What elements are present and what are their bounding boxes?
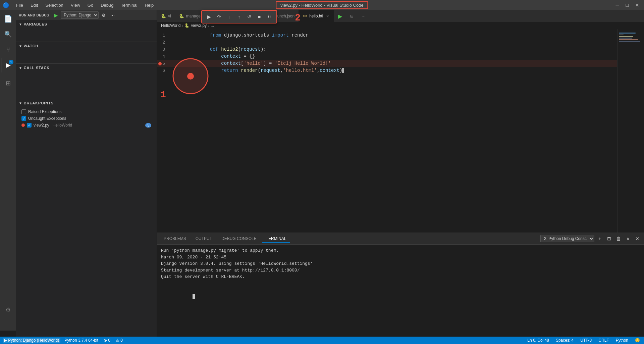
callstack-label: CALL STACK <box>24 66 50 70</box>
watch-header[interactable]: ▼ WATCH <box>16 42 157 50</box>
status-warnings[interactable]: ⚠ 0 <box>114 338 124 343</box>
explorer-activity-icon[interactable]: 📄 <box>1 11 15 26</box>
callstack-content <box>16 72 157 99</box>
status-cursor[interactable]: Ln 6, Col 48 <box>526 338 550 343</box>
menu-debug[interactable]: Debug <box>97 2 117 8</box>
callstack-header[interactable]: ▼ CALL STACK <box>16 64 157 72</box>
view2-bp-label: view2.py <box>34 123 49 128</box>
editor-area: 🐍 vi 🐍 manage.py 🐍 urls.py 🐍 wsgi.py {} <box>157 10 644 337</box>
watch-content <box>16 50 157 63</box>
vscode-icon: 🔵 <box>3 2 9 8</box>
activity-bar: 📄 🔍 ⑂ ▶ 1 ⊞ ⚙ <box>0 10 16 331</box>
status-spaces[interactable]: Spaces: 4 <box>554 338 575 343</box>
breadcrumb-workspace[interactable]: HelloWorld <box>161 23 180 28</box>
status-debug-label: Python: Django (HelloWorld) <box>8 338 59 343</box>
explorer-icon: 📄 <box>4 15 12 23</box>
tab-output[interactable]: OUTPUT <box>192 235 216 243</box>
menu-edit[interactable]: Edit <box>27 2 41 8</box>
terminal-collapse-button[interactable]: ∧ <box>624 235 632 243</box>
debug-drag-handle[interactable]: ⠿ <box>265 12 274 21</box>
callstack-section: ▼ CALL STACK <box>16 64 157 99</box>
window-title: view2.py - HelloWorld - Visual Studio Co… <box>276 1 368 9</box>
breadcrumb-file[interactable]: view2.py <box>191 23 207 28</box>
menu-go[interactable]: Go <box>84 2 97 8</box>
debug-step-out-button[interactable]: ↑ <box>235 12 244 21</box>
minimap-lines <box>618 29 644 45</box>
tab-terminal[interactable]: TERMINAL <box>262 235 290 243</box>
search-activity-icon[interactable]: 🔍 <box>1 27 15 42</box>
tab-debug-console[interactable]: DEBUG CONSOLE <box>217 235 261 243</box>
breakpoint-indicator-5 <box>158 62 162 65</box>
breadcrumb-sep1: › <box>182 23 183 28</box>
debug-continue-button[interactable]: ▶ <box>205 12 213 21</box>
status-line-ending[interactable]: CRLF <box>597 338 610 343</box>
terminal-add-button[interactable]: + <box>596 235 604 243</box>
editor-main: 1 from django.shortcuts import render 2 … <box>157 29 644 233</box>
minimize-button[interactable]: ─ <box>614 2 621 8</box>
close-button[interactable]: ✕ <box>633 2 641 8</box>
debug-step-into-button[interactable]: ↓ <box>225 12 233 21</box>
uncaught-exceptions-label: Uncaught Exceptions <box>28 116 66 121</box>
hello-tab-icon: <> <box>303 14 307 18</box>
terminal-line-4: Starting development server at http://12… <box>161 267 640 274</box>
menu-view[interactable]: View <box>67 2 84 8</box>
debug-stop-button[interactable]: ■ <box>255 12 264 21</box>
vi-tab-icon: 🐍 <box>161 14 166 18</box>
menu-selection[interactable]: Selection <box>42 2 66 8</box>
variables-section: ▼ VARIABLES <box>16 20 157 42</box>
run-button[interactable]: ▶ <box>52 11 59 19</box>
breakpoints-header[interactable]: ▼ BREAKPOINTS <box>16 99 157 107</box>
view2-bp-checkbox[interactable]: ✓ <box>27 123 32 128</box>
git-activity-icon[interactable]: ⑂ <box>1 42 15 57</box>
extensions-activity-icon[interactable]: ⊞ <box>1 76 15 91</box>
debug-sidebar: RUN AND DEBUG ▶ Python: Django ⚙ ⋯ ▼ VAR… <box>16 10 157 337</box>
variables-content <box>16 28 157 42</box>
terminal-content: Run 'python manage.py migrate' to apply … <box>157 245 644 337</box>
maximize-button[interactable]: □ <box>624 2 631 8</box>
settings-activity-icon[interactable]: ⚙ <box>1 302 15 317</box>
hello-tab-close[interactable]: × <box>325 13 330 19</box>
window-controls: ─ □ ✕ <box>614 2 641 8</box>
terminal-select[interactable]: 2: Python Debug Consc <box>540 235 594 242</box>
tab-problems[interactable]: PROBLEMS <box>160 235 190 243</box>
debug-settings-button[interactable]: ⚙ <box>100 11 107 19</box>
debug-config-select[interactable]: Python: Django <box>61 11 99 19</box>
uncaught-exceptions-checkbox[interactable]: ✓ <box>21 116 26 121</box>
terminal-cursor <box>193 294 195 299</box>
breakpoint-uncaught: ✓ Uncaught Exceptions <box>19 115 154 122</box>
status-language[interactable]: Python <box>614 338 630 343</box>
debug-step-over-button[interactable]: ↷ <box>215 12 223 21</box>
tab-split[interactable]: ⊟ <box>346 10 358 22</box>
content-area: RUN AND DEBUG ▶ Python: Django ⚙ ⋯ ▼ VAR… <box>16 10 644 337</box>
menu-file[interactable]: File <box>13 2 26 8</box>
debug-more-button[interactable]: ⋯ <box>109 11 116 19</box>
raised-exceptions-checkbox[interactable] <box>21 109 26 114</box>
tab-more[interactable]: ⋯ <box>358 10 370 22</box>
tab-hello[interactable]: <> hello.hti × <box>299 10 334 22</box>
status-encoding[interactable]: UTF-8 <box>579 338 593 343</box>
menu-help[interactable]: Help <box>142 2 157 8</box>
status-errors[interactable]: ⊗ 0 <box>102 338 112 343</box>
breadcrumb-sep2: › <box>208 23 209 28</box>
tab-play[interactable]: ▶ <box>334 10 346 22</box>
debug-badge: 1 <box>9 60 13 64</box>
run-debug-label: RUN AND DEBUG <box>19 13 49 17</box>
debug-restart-button[interactable]: ↺ <box>245 12 254 21</box>
line-code-6: return render(request,'hello.html',conte… <box>170 60 614 81</box>
menu-terminal[interactable]: Terminal <box>117 2 141 8</box>
status-bar: ▶ Python: Django (HelloWorld) Python 3.7… <box>0 337 644 344</box>
variables-header[interactable]: ▼ VARIABLES <box>16 20 157 28</box>
title-bar: 🔵 File Edit Selection View Go Debug Term… <box>0 0 644 10</box>
callstack-arrow: ▼ <box>19 66 22 70</box>
debug-activity-icon[interactable]: ▶ 1 <box>1 58 15 72</box>
breakpoints-arrow: ▼ <box>19 101 22 105</box>
tab-vi[interactable]: 🐍 vi <box>157 10 175 22</box>
status-feedback[interactable]: 😊 <box>634 338 641 343</box>
terminal-trash-button[interactable]: 🗑 <box>614 235 623 243</box>
panel-actions: 2: Python Debug Consc + ⊟ 🗑 ∧ ✕ <box>540 235 644 243</box>
terminal-split-button[interactable]: ⊟ <box>605 235 613 243</box>
status-python-version[interactable]: Python 3.7.4 64-bit <box>63 338 100 343</box>
status-debug-run[interactable]: ▶ Python: Django (HelloWorld) <box>3 338 60 343</box>
terminal-close-button[interactable]: ✕ <box>633 235 641 243</box>
code-editor[interactable]: 1 from django.shortcuts import render 2 … <box>157 29 617 233</box>
